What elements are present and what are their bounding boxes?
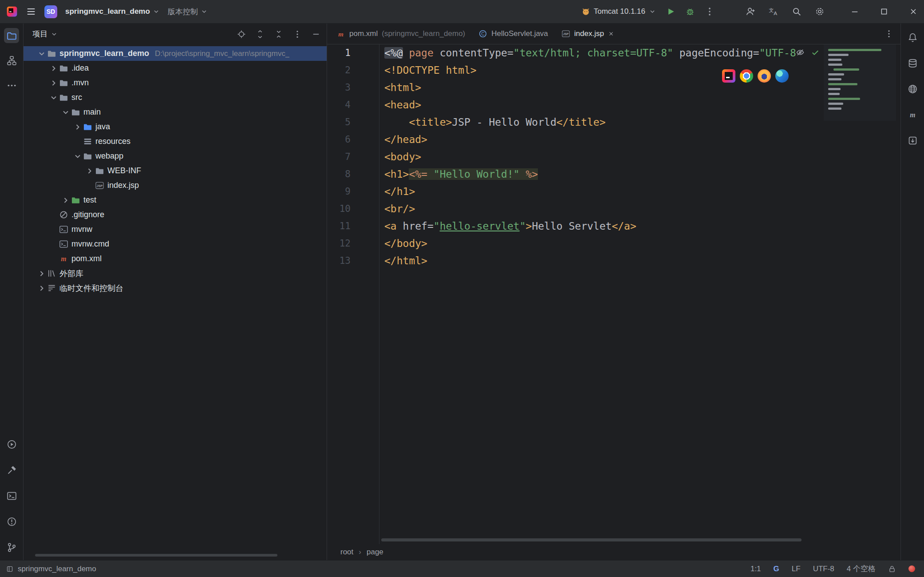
gutter-line-number[interactable]: 6 [327, 131, 379, 148]
tool-window-widget-icon[interactable] [6, 565, 13, 573]
gutter-line-number[interactable]: 11 [327, 218, 379, 235]
settings-gear-icon[interactable] [815, 7, 825, 16]
tree-item-.mvn[interactable]: .mvn [24, 76, 327, 90]
chevron-right-icon[interactable] [36, 269, 47, 278]
maven-icon[interactable]: m [905, 107, 920, 122]
hide-panel-icon[interactable] [312, 30, 320, 39]
collapse-all-icon[interactable] [274, 30, 283, 39]
web-icon[interactable] [905, 81, 920, 96]
tree-item-springmvc-learn-demo[interactable]: springmvc_learn_demoD:\project\spring_mv… [24, 46, 327, 61]
chevron-down-icon[interactable] [72, 152, 83, 161]
notifications-icon[interactable] [905, 30, 920, 45]
gutter-line-number[interactable]: 8 [327, 166, 379, 183]
tab-options-icon[interactable] [885, 29, 893, 38]
project-badge[interactable]: SD [44, 5, 57, 18]
tree-item-.idea[interactable]: .idea [24, 61, 327, 76]
breadcrumb-page[interactable]: page [367, 548, 383, 557]
code-line-11[interactable]: 11<a href="hello-servlet">Hello Servlet<… [327, 218, 900, 235]
code-line-9[interactable]: 9</h1> [327, 183, 900, 200]
code-line-text[interactable]: <body> [379, 148, 421, 166]
code-line-2[interactable]: 2<!DOCTYPE html> [327, 62, 900, 79]
tree-item-node[interactable]: 外部库 [24, 266, 327, 281]
line-separator[interactable]: LF [792, 565, 801, 573]
chevron-right-icon[interactable] [36, 284, 47, 293]
editor-scrollbar[interactable] [381, 538, 802, 541]
gutter-line-number[interactable]: 5 [327, 114, 379, 131]
gutter-line-number[interactable]: 3 [327, 79, 379, 96]
code-line-7[interactable]: 7<body> [327, 148, 900, 166]
code-line-text[interactable]: </h1> [379, 183, 415, 200]
idea-logo-icon[interactable] [6, 6, 18, 17]
code-line-text[interactable]: <!DOCTYPE html> [379, 62, 477, 79]
notification-dot-icon[interactable] [908, 565, 915, 572]
code-line-12[interactable]: 12</body> [327, 235, 900, 252]
main-menu-icon[interactable] [26, 6, 36, 17]
chevron-down-icon[interactable] [60, 108, 71, 117]
indent-style[interactable]: 4 个空格 [847, 564, 876, 574]
gutter-line-number[interactable]: 4 [327, 96, 379, 114]
translate-icon[interactable]: 文A [769, 7, 778, 16]
project-selector[interactable]: springmvc_learn_demo [65, 7, 160, 16]
database-icon[interactable] [905, 56, 920, 71]
tree-item-main[interactable]: main [24, 105, 327, 119]
tree-item-resources[interactable]: resources [24, 134, 327, 149]
minimap[interactable] [824, 44, 896, 121]
caret-position[interactable]: 1:1 [750, 565, 761, 573]
run-more-button[interactable] [705, 7, 715, 16]
readonly-lock-icon[interactable] [888, 565, 896, 573]
select-opened-file-icon[interactable] [237, 30, 246, 39]
gutter-line-number[interactable]: 13 [327, 252, 379, 270]
tree-item-java[interactable]: java [24, 119, 327, 134]
code-line-text[interactable]: <%@ page contentType="text/html; charset… [379, 44, 796, 62]
build-icon[interactable] [4, 462, 19, 478]
gutter-line-number[interactable]: 10 [327, 200, 379, 218]
translate-status-icon[interactable]: G [774, 565, 779, 573]
firefox-icon[interactable] [758, 69, 771, 84]
tree-item-mvnw.cmd[interactable]: mvnw.cmd [24, 237, 327, 251]
chevron-right-icon[interactable] [72, 123, 83, 131]
dependencies-icon[interactable] [905, 133, 920, 148]
tree-item-test[interactable]: test [24, 193, 327, 207]
expand-all-icon[interactable] [256, 30, 265, 39]
tree-item-node[interactable]: 临时文件和控制台 [24, 281, 327, 295]
code-line-4[interactable]: 4<head> [327, 96, 900, 114]
more-tools-icon[interactable] [4, 78, 19, 93]
tab-close-icon[interactable] [608, 31, 614, 37]
code-line-text[interactable]: <br/> [379, 200, 415, 218]
editor-tab-pom.xml[interactable]: mpom.xml (springmvc_learn_demo) [330, 24, 472, 44]
run-button[interactable] [666, 7, 675, 16]
gutter-line-number[interactable]: 7 [327, 148, 379, 166]
code-line-6[interactable]: 6</head> [327, 131, 900, 148]
chevron-down-icon[interactable] [36, 49, 47, 58]
vcs-selector[interactable]: 版本控制 [168, 7, 208, 17]
code-line-text[interactable]: <html> [379, 79, 421, 96]
chevron-right-icon[interactable] [60, 196, 71, 205]
tree-item-webapp[interactable]: webapp [24, 149, 327, 163]
file-encoding[interactable]: UTF-8 [813, 565, 834, 573]
services-icon[interactable] [4, 437, 19, 452]
code-line-text[interactable]: <a href="hello-servlet">Hello Servlet</a… [379, 218, 636, 235]
code-with-me-icon[interactable] [746, 7, 755, 16]
chevron-down-icon[interactable] [48, 93, 59, 102]
project-view-selector[interactable]: 项目 [32, 29, 58, 39]
tree-item-index.jsp[interactable]: JSPindex.jsp [24, 178, 327, 193]
chevron-right-icon[interactable] [84, 167, 95, 175]
tree-item-web-inf[interactable]: WEB-INF [24, 163, 327, 178]
git-icon[interactable] [4, 540, 19, 555]
structure-tool-icon[interactable] [4, 53, 19, 68]
chevron-right-icon[interactable] [48, 79, 59, 88]
project-tool-icon[interactable] [4, 28, 19, 43]
window-close-button[interactable] [909, 7, 918, 16]
code-line-8[interactable]: 8<h1><%= "Hello World!" %> [327, 166, 900, 183]
tree-item-.gitignore[interactable]: .gitignore [24, 207, 327, 222]
search-icon[interactable] [792, 7, 802, 16]
tree-item-pom.xml[interactable]: mpom.xml [24, 251, 327, 266]
code-line-5[interactable]: 5 <title>JSP - Hello World</title> [327, 114, 900, 131]
reader-mode-icon[interactable] [796, 48, 805, 57]
editor-tab-helloservlet.java[interactable]: CHelloServlet.java [472, 24, 555, 44]
code-line-text[interactable]: <h1><%= "Hello World!" %> [379, 166, 538, 183]
gutter-line-number[interactable]: 12 [327, 235, 379, 252]
edge-icon[interactable] [775, 69, 789, 84]
problems-icon[interactable] [4, 514, 19, 529]
code-line-text[interactable]: </html> [379, 252, 427, 270]
